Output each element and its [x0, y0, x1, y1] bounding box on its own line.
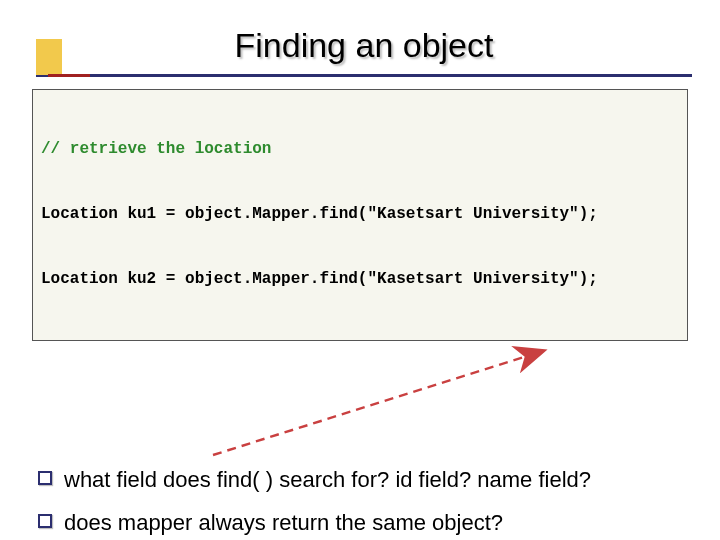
- bullet-list: what field does find( ) search for? id f…: [28, 465, 692, 540]
- code-comment: // retrieve the location: [41, 139, 679, 161]
- code-line-2: Location ku2 = object.Mapper.find("Kaset…: [41, 269, 679, 291]
- slide: Finding an object // retrieve the locati…: [0, 0, 720, 540]
- bullet-text: what field does find( ) search for? id f…: [64, 465, 686, 495]
- arrow-container: [28, 345, 692, 455]
- code-block: // retrieve the location Location ku1 = …: [32, 89, 688, 341]
- accent-line-navy: [36, 74, 692, 77]
- dashed-arrow: [38, 345, 698, 465]
- code-line-1: Location ku1 = object.Mapper.find("Kaset…: [41, 204, 679, 226]
- bullet-item-2: does mapper always return the same objec…: [38, 508, 686, 538]
- title-area: Finding an object: [28, 20, 692, 77]
- bullet-text: does mapper always return the same objec…: [64, 508, 686, 538]
- accent-line-red: [48, 74, 90, 77]
- bullet-square-icon: [38, 514, 52, 528]
- bullet-item-1: what field does find( ) search for? id f…: [38, 465, 686, 495]
- page-title: Finding an object: [36, 20, 692, 75]
- accent-block-yellow: [36, 39, 62, 75]
- svg-line-0: [213, 351, 543, 455]
- bullet-square-icon: [38, 471, 52, 485]
- title-underline: [36, 73, 692, 77]
